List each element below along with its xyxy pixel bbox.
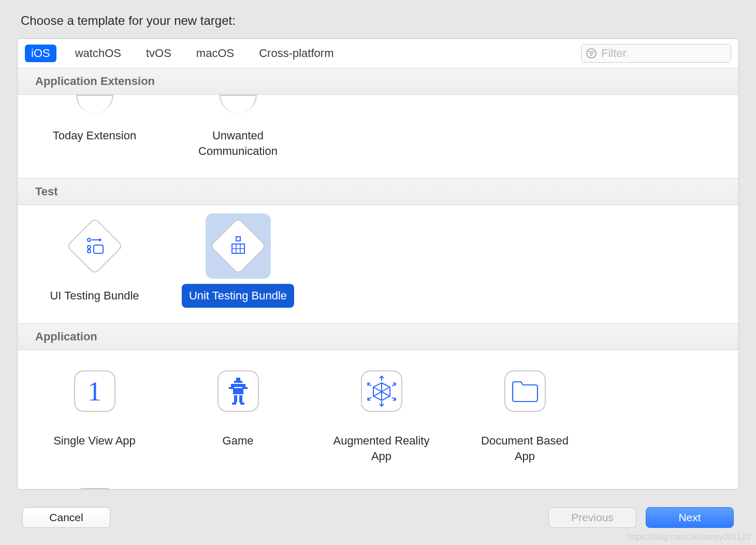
template-unwanted-communication[interactable]: Unwanted Communication bbox=[166, 95, 310, 163]
svg-rect-21 bbox=[234, 395, 237, 403]
svg-line-34 bbox=[368, 397, 371, 399]
template-scroll[interactable]: Application Extension Today Extension Un… bbox=[18, 68, 738, 489]
svg-point-8 bbox=[88, 250, 91, 253]
section-body-test: UI Testing Bundle bbox=[18, 205, 738, 323]
svg-line-33 bbox=[392, 397, 395, 399]
svg-rect-22 bbox=[239, 395, 242, 403]
template-label: Today Extension bbox=[46, 124, 143, 148]
template-today-extension[interactable]: Today Extension bbox=[23, 95, 166, 163]
watermark-text: https://blog.csdn.net/xmcy001122 bbox=[628, 533, 751, 542]
section-header-extension: Application Extension bbox=[18, 68, 738, 95]
tab-watchos[interactable]: watchOS bbox=[69, 45, 127, 62]
template-ar-app[interactable]: Augmented Reality App bbox=[310, 350, 453, 468]
template-ui-testing-bundle[interactable]: UI Testing Bundle bbox=[23, 205, 166, 308]
template-sheet: iOS watchOS tvOS macOS Cross-platform Ap… bbox=[17, 38, 739, 490]
template-label: UI Testing Bundle bbox=[42, 284, 146, 308]
svg-rect-23 bbox=[232, 403, 236, 405]
svg-point-6 bbox=[98, 239, 101, 241]
svg-rect-15 bbox=[236, 378, 240, 381]
section-header-application: Application bbox=[18, 323, 738, 350]
section-header-test: Test bbox=[18, 178, 738, 205]
svg-rect-9 bbox=[94, 245, 103, 253]
svg-point-4 bbox=[88, 238, 91, 241]
svg-line-31 bbox=[392, 384, 395, 386]
filter-icon bbox=[586, 48, 597, 59]
svg-rect-10 bbox=[236, 237, 240, 241]
unwanted-icon bbox=[206, 95, 271, 119]
document-icon bbox=[492, 358, 558, 424]
template-label: Augmented Reality App bbox=[319, 429, 444, 468]
cancel-button[interactable]: Cancel bbox=[22, 507, 110, 528]
filter-input[interactable] bbox=[601, 47, 726, 60]
platform-tabbar: iOS watchOS tvOS macOS Cross-platform bbox=[18, 39, 738, 68]
svg-point-7 bbox=[88, 246, 91, 249]
template-label: Document Based App bbox=[463, 429, 587, 468]
master-detail-icon bbox=[62, 476, 127, 489]
single-view-icon: 1 bbox=[62, 358, 127, 424]
tab-ios[interactable]: iOS bbox=[25, 45, 56, 62]
unit-test-icon bbox=[206, 213, 271, 279]
svg-rect-17 bbox=[231, 384, 245, 387]
game-icon bbox=[206, 358, 271, 424]
template-label: Game bbox=[215, 429, 261, 453]
template-document-app[interactable]: Document Based App bbox=[453, 350, 597, 468]
next-button[interactable]: Next bbox=[646, 507, 734, 528]
template-unit-testing-bundle[interactable]: Unit Testing Bundle bbox=[166, 205, 310, 308]
template-label: Unit Testing Bundle bbox=[182, 284, 294, 308]
dialog-title: Choose a template for your new target: bbox=[17, 0, 739, 38]
tab-crossplatform[interactable]: Cross-platform bbox=[253, 45, 340, 62]
svg-rect-24 bbox=[240, 403, 244, 405]
ar-icon bbox=[349, 358, 414, 424]
template-label: Single View App bbox=[46, 429, 143, 453]
template-single-view-app[interactable]: 1 Single View App bbox=[23, 350, 166, 468]
section-body-application: 1 Single View App bbox=[18, 350, 738, 489]
tab-macos[interactable]: macOS bbox=[190, 45, 240, 62]
filter-field[interactable] bbox=[581, 44, 731, 63]
svg-line-32 bbox=[368, 384, 371, 386]
tab-tvos[interactable]: tvOS bbox=[140, 45, 178, 62]
previous-button[interactable]: Previous bbox=[548, 507, 636, 528]
svg-rect-16 bbox=[234, 381, 242, 383]
template-master-detail-app[interactable]: Master-Detail App bbox=[23, 468, 166, 489]
template-game[interactable]: Game bbox=[166, 350, 310, 468]
section-body-extension: Today Extension Unwanted Communication bbox=[18, 95, 738, 178]
today-icon bbox=[62, 95, 127, 119]
template-label: Unwanted Communication bbox=[176, 124, 300, 163]
svg-rect-20 bbox=[233, 388, 243, 394]
ui-test-icon bbox=[62, 213, 127, 279]
